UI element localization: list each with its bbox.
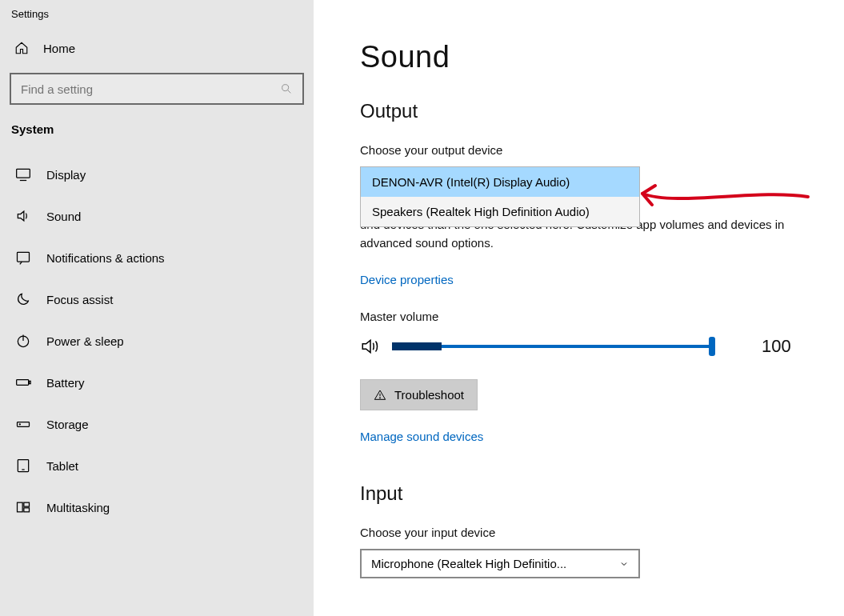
nav-group-label: System: [0, 122, 314, 154]
sidebar-item-label: Multitasking: [46, 501, 110, 514]
sidebar-item-label: Power & sleep: [46, 334, 124, 348]
multitasking-icon: [14, 498, 32, 516]
tablet-icon: [14, 457, 32, 474]
output-option-selected[interactable]: DENON-AVR (Intel(R) Display Audio): [361, 167, 639, 197]
main-content: Sound Output Choose your output device D…: [314, 0, 844, 616]
svg-rect-15: [24, 508, 30, 512]
device-properties-link[interactable]: Device properties: [360, 273, 454, 286]
svg-line-1: [288, 90, 290, 93]
sidebar-item-label: Display: [46, 168, 86, 182]
choose-input-label: Choose your input device: [360, 526, 812, 539]
svg-point-0: [282, 85, 289, 91]
svg-rect-2: [17, 169, 30, 178]
svg-point-17: [379, 397, 380, 398]
sidebar-item-display[interactable]: Display: [0, 154, 314, 195]
page-title: Sound: [360, 40, 812, 74]
home-nav[interactable]: Home: [0, 34, 314, 73]
notifications-icon: [14, 249, 32, 266]
input-heading: Input: [360, 482, 812, 505]
svg-rect-4: [18, 252, 30, 262]
input-device-dropdown[interactable]: Microphone (Realtek High Definitio...: [360, 549, 640, 578]
svg-rect-8: [30, 381, 31, 383]
search-box[interactable]: [10, 73, 304, 105]
troubleshoot-label: Troubleshoot: [394, 388, 464, 402]
sound-icon: [14, 207, 32, 225]
sidebar-item-storage[interactable]: Storage: [0, 403, 314, 445]
speaker-icon: [360, 336, 381, 357]
search-input[interactable]: [21, 82, 280, 96]
sidebar-item-label: Notifications & actions: [46, 251, 165, 265]
focus-assist-icon: [14, 290, 32, 308]
slider-fill-emphasis: [392, 342, 442, 350]
power-icon: [14, 332, 32, 350]
svg-rect-13: [18, 502, 23, 512]
volume-slider-row: 100: [360, 336, 812, 357]
input-device-selected: Microphone (Realtek High Definitio...: [371, 557, 566, 570]
display-icon: [14, 166, 32, 183]
sidebar-item-focus-assist[interactable]: Focus assist: [0, 278, 314, 320]
sidebar-item-tablet[interactable]: Tablet: [0, 445, 314, 486]
sidebar-item-battery[interactable]: Battery: [0, 362, 314, 403]
slider-thumb[interactable]: [709, 337, 715, 356]
troubleshoot-button[interactable]: Troubleshoot: [360, 379, 478, 410]
sidebar-item-sound[interactable]: Sound: [0, 195, 314, 237]
sidebar-item-multitasking[interactable]: Multitasking: [0, 486, 314, 528]
master-volume-label: Master volume: [360, 310, 812, 323]
svg-point-10: [19, 424, 20, 425]
sidebar-item-label: Sound: [46, 210, 81, 223]
search-icon: [280, 82, 293, 95]
sidebar-item-label: Tablet: [46, 459, 78, 473]
battery-icon: [14, 374, 32, 391]
volume-value: 100: [762, 336, 791, 357]
sidebar: Settings Home System Display Sound Notif…: [0, 0, 314, 616]
choose-output-label: Choose your output device: [360, 143, 812, 157]
warning-icon: [374, 389, 386, 402]
svg-rect-14: [24, 502, 30, 506]
sidebar-item-label: Battery: [46, 376, 85, 390]
volume-slider[interactable]: [392, 345, 712, 348]
sidebar-item-label: Storage: [46, 418, 89, 431]
home-icon: [14, 41, 29, 55]
sidebar-item-label: Focus assist: [46, 293, 113, 306]
output-device-dropdown[interactable]: DENON-AVR (Intel(R) Display Audio) Speak…: [360, 166, 640, 227]
output-heading: Output: [360, 100, 812, 122]
output-option[interactable]: Speakers (Realtek High Definition Audio): [361, 197, 639, 226]
sidebar-item-power-sleep[interactable]: Power & sleep: [0, 320, 314, 362]
sidebar-item-notifications[interactable]: Notifications & actions: [0, 237, 314, 278]
annotation-arrow: [628, 182, 812, 214]
home-label: Home: [43, 42, 75, 55]
storage-icon: [14, 415, 32, 433]
app-title: Settings: [0, 0, 314, 34]
chevron-down-icon: [619, 559, 629, 569]
svg-rect-7: [17, 380, 29, 386]
manage-sound-devices-link[interactable]: Manage sound devices: [360, 430, 483, 443]
